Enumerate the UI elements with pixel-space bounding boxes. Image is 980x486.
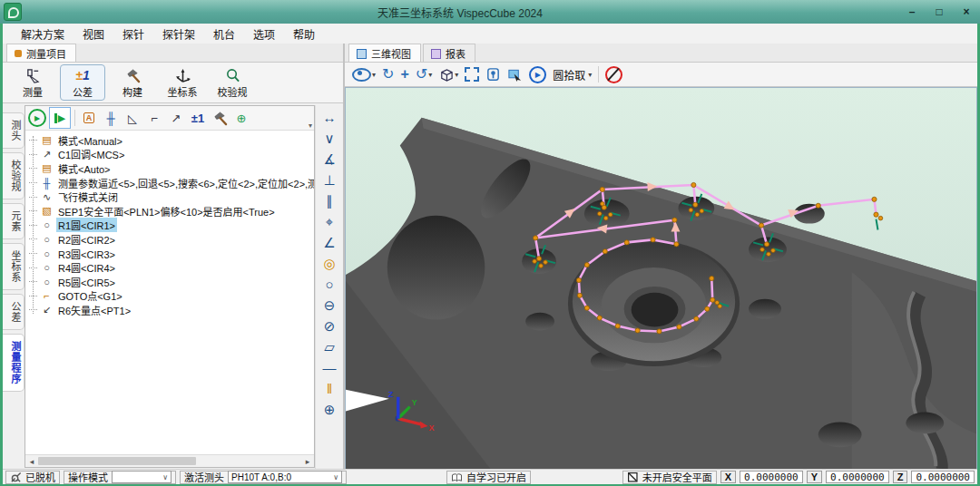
cylindricity-icon[interactable]: ⊘ xyxy=(318,316,341,336)
tree-item-safety-plane[interactable]: ▧SEP1安全平面<PLN1>偏移<10>是否启用<True> xyxy=(29,204,314,219)
tree-item-goto[interactable]: ⌐GOTO点<G1> xyxy=(29,289,314,304)
play-button[interactable]: ▶ xyxy=(529,66,546,83)
tab-3d-view[interactable]: 三维视图 xyxy=(348,44,421,62)
tree-item-recall[interactable]: ↗C1回调<MCS> xyxy=(29,148,314,162)
perpendicularity-icon[interactable]: ⊥ xyxy=(318,170,341,190)
gauge-button[interactable]: 校验规 xyxy=(210,64,255,101)
tolerance-item-button[interactable]: ±1 xyxy=(188,108,208,128)
measure-button[interactable]: 测量 xyxy=(10,64,55,101)
tree-item-mode-auto[interactable]: ▤模式<Auto> xyxy=(29,161,314,176)
menu-options[interactable]: 选项 xyxy=(244,24,284,44)
rotate-icon: ↺ xyxy=(416,67,427,82)
minimize-button[interactable]: – xyxy=(898,0,926,24)
tree-item-circle-r2[interactable]: ○R2圆<CIR2> xyxy=(29,232,314,247)
measurement-items-icon xyxy=(15,50,22,57)
eye-icon xyxy=(352,68,371,82)
true-position-icon[interactable]: ⊕ xyxy=(318,399,341,420)
menu-machine[interactable]: 机台 xyxy=(204,24,244,44)
connection-status: 已脱机 xyxy=(5,471,60,484)
scroll-left-arrow[interactable]: ◂ xyxy=(25,457,38,466)
circle-pick-button[interactable]: 圆拾取▾ xyxy=(553,67,592,83)
tab-measurement-items[interactable]: 测量项目 xyxy=(6,44,76,62)
tab-gauge[interactable]: 校验规 xyxy=(3,152,24,199)
magnifier-icon xyxy=(225,68,240,83)
tab-coordinate-systems[interactable]: 坐标系 xyxy=(3,243,24,290)
standard-views-button[interactable]: ▾ xyxy=(438,67,458,83)
operation-mode-group: 操作模式 ∨ xyxy=(64,471,176,484)
joystick-disabled-icon[interactable] xyxy=(605,66,622,83)
pan-button[interactable]: + xyxy=(400,66,408,83)
cube-icon xyxy=(438,67,454,83)
parameters-button[interactable]: ╫ xyxy=(101,108,121,128)
goto-icon: ⌐ xyxy=(41,290,53,301)
tab-elements[interactable]: 元素 xyxy=(3,203,24,239)
tree-item-circle-r5[interactable]: ○R5圆<CIR5> xyxy=(29,275,314,289)
menu-probe[interactable]: 探针 xyxy=(113,24,153,44)
construct-label: 构建 xyxy=(111,84,154,99)
scrollbar-thumb[interactable] xyxy=(38,457,196,465)
angle-between-icon[interactable]: ∨ xyxy=(318,128,341,149)
construct-button[interactable]: 构建 xyxy=(110,64,155,101)
pattern-button[interactable]: ⊕ xyxy=(231,108,251,128)
tree-item-circle-r1[interactable]: ○R1圆<CIR1> xyxy=(29,219,314,233)
tab-probe[interactable]: 测头 xyxy=(3,112,24,149)
construct-item-button[interactable] xyxy=(210,108,230,128)
menu-solution[interactable]: 解决方案 xyxy=(12,24,74,44)
visibility-button[interactable]: ▾ xyxy=(352,68,376,82)
flatness-icon[interactable]: ▱ xyxy=(318,336,341,357)
step-run-button[interactable]: ▶ xyxy=(49,107,71,129)
tree-item-mode-manual[interactable]: ▤模式<Manual> xyxy=(29,133,314,148)
tree-item-fly-mode[interactable]: ∿飞行模式关闭 xyxy=(29,190,314,204)
parallelism-icon[interactable]: ∥ xyxy=(318,190,341,211)
goto-button[interactable]: ⌐ xyxy=(144,108,164,128)
menu-probe-rack[interactable]: 探针架 xyxy=(153,24,204,44)
mode-icon: ▤ xyxy=(41,162,53,174)
distance-icon[interactable]: ↔ xyxy=(318,107,341,128)
symmetry-icon[interactable]: ǁ xyxy=(318,378,341,399)
select-flag-button[interactable] xyxy=(507,67,523,83)
tree-item-parameters[interactable]: ╫测量参数逼近<5>,回退<5>,搜索<6>,定位<2>,定位加<2>,测量 xyxy=(29,176,314,190)
coordinate-item-button[interactable]: ↗ xyxy=(166,108,186,128)
coordinate-system-button[interactable]: 坐标系 xyxy=(160,64,205,101)
locate-pin-button[interactable] xyxy=(485,67,501,83)
angle-icon[interactable]: ∡ xyxy=(318,149,341,170)
tree-item-circle-r4[interactable]: ○R4圆<CIR4> xyxy=(29,260,314,275)
active-probe-select[interactable]: PH10T A:0,B:0 ∨ xyxy=(228,471,342,483)
tree-item-circle-r3[interactable]: ○R3圆<CIR3> xyxy=(29,247,314,261)
operation-mode-select[interactable]: ∨ xyxy=(112,471,172,483)
horizontal-scrollbar[interactable]: ◂ ▸ xyxy=(25,454,314,467)
fit-view-button[interactable] xyxy=(465,67,479,82)
scroll-right-arrow[interactable]: ▸ xyxy=(301,457,314,466)
panel-splitter[interactable] xyxy=(343,44,345,470)
roundness-icon[interactable]: ○ xyxy=(318,274,341,295)
toolbar-overflow-button[interactable]: ▾ xyxy=(309,122,312,130)
maximize-button[interactable]: □ xyxy=(926,0,953,24)
run-button[interactable]: ▶ xyxy=(27,108,47,128)
position-icon[interactable]: ⌖ xyxy=(318,211,341,232)
view-toolbar: ▾ ↻ + ↺▾ ▾ ▶ 圆拾取▾ xyxy=(345,63,977,87)
angularity-icon[interactable]: ∠ xyxy=(318,232,341,253)
measure-item-button[interactable]: ◺ xyxy=(122,108,142,128)
caliper-icon xyxy=(25,68,41,83)
z-axis-label: Z xyxy=(388,390,394,399)
tolerance-button[interactable]: ±1 公差 xyxy=(60,64,105,101)
close-button[interactable]: × xyxy=(953,0,980,24)
concentricity-icon[interactable]: ◎ xyxy=(318,253,341,274)
tree-item-vector-point[interactable]: ↙R6矢量点<PT1> xyxy=(29,303,314,317)
auto-feature-button[interactable]: A xyxy=(79,108,99,128)
step-run-icon: ▶ xyxy=(54,113,65,123)
tab-measurement-program[interactable]: 测量程序 xyxy=(3,334,24,392)
menu-view[interactable]: 视图 xyxy=(74,24,113,44)
orbit-button[interactable]: ↻ xyxy=(382,67,394,82)
runout-icon[interactable]: ⊖ xyxy=(318,295,341,316)
tab-report[interactable]: 报表 xyxy=(423,44,475,62)
cube-view-icon xyxy=(357,49,367,59)
sliders-icon: ╫ xyxy=(41,178,53,189)
viewport-3d[interactable]: X Y Z xyxy=(345,87,977,470)
straightness-icon[interactable]: — xyxy=(318,357,341,378)
rotate-view-button[interactable]: ↺▾ xyxy=(416,67,432,82)
tab-tolerance[interactable]: 公差 xyxy=(3,294,24,330)
toolbar-separator xyxy=(74,110,75,126)
axes-icon xyxy=(175,68,191,83)
menu-help[interactable]: 帮助 xyxy=(284,24,324,44)
